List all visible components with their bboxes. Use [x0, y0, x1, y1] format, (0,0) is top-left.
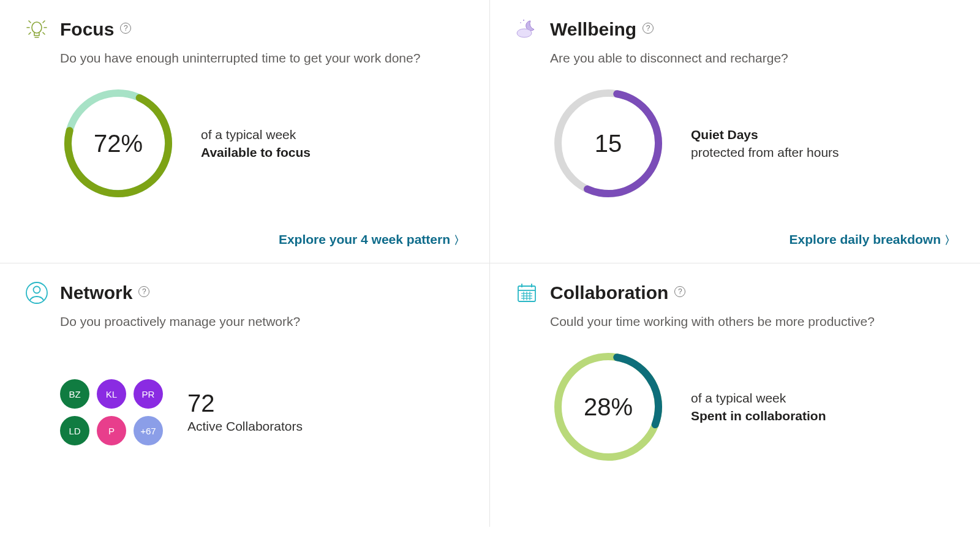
focus-header: Focus ? [24, 17, 465, 42]
wellbeing-explore-text: Explore daily breakdown [790, 232, 941, 247]
network-label: Active Collaborators [187, 419, 303, 434]
focus-explore-text: Explore your 4 week pattern [279, 232, 450, 247]
lightbulb-icon [24, 17, 49, 42]
avatar[interactable]: BZ [60, 379, 89, 409]
svg-point-10 [517, 29, 532, 37]
help-icon[interactable]: ? [643, 23, 654, 34]
collab-metric-text: of a typical week Spent in collaboration [691, 389, 826, 425]
focus-line1: of a typical week [201, 126, 311, 143]
focus-title: Focus [60, 19, 114, 40]
chevron-right-icon: 〉 [944, 233, 956, 248]
avatar[interactable]: P [97, 416, 126, 445]
focus-line2: Available to focus [201, 143, 311, 161]
svg-point-11 [523, 20, 524, 21]
network-metric: BZKLPRLDP+67 72 Active Collaborators [60, 379, 465, 445]
network-count-block: 72 Active Collaborators [187, 391, 303, 434]
chevron-right-icon: 〉 [454, 233, 465, 248]
wellbeing-explore-link[interactable]: Explore daily breakdown 〉 [790, 232, 956, 247]
help-icon[interactable]: ? [138, 286, 149, 297]
focus-explore-link[interactable]: Explore your 4 week pattern 〉 [279, 232, 465, 247]
wellbeing-line2: protected from after hours [691, 143, 839, 161]
help-icon[interactable]: ? [120, 23, 131, 34]
dashboard-grid: Focus ? Do you have enough uninterrupted… [0, 0, 980, 533]
svg-line-6 [29, 32, 31, 34]
avatar[interactable]: LD [60, 416, 89, 445]
wellbeing-header: Wellbeing ? [514, 17, 956, 42]
wellbeing-subtitle: Are you able to disconnect and recharge? [550, 49, 956, 67]
network-count: 72 [187, 391, 303, 415]
svg-point-16 [34, 287, 40, 293]
network-card: Network ? Do you proactively manage your… [0, 263, 490, 527]
focus-donut: 72% [60, 85, 176, 202]
wellbeing-donut: 15 [550, 85, 666, 202]
collab-subtitle: Could your time working with others be m… [550, 312, 956, 330]
collab-donut: 28% [550, 349, 666, 465]
collab-value: 28% [550, 349, 666, 465]
collab-line1: of a typical week [691, 389, 826, 407]
focus-metric: 72% of a typical week Available to focus [60, 85, 465, 202]
svg-line-5 [43, 21, 45, 23]
collab-metric: 28% of a typical week Spent in collabora… [550, 349, 956, 465]
focus-card: Focus ? Do you have enough uninterrupted… [0, 0, 490, 263]
collab-header: Collaboration ? [514, 281, 956, 305]
focus-subtitle: Do you have enough uninterrupted time to… [60, 49, 465, 67]
avatar-grid: BZKLPRLDP+67 [60, 379, 163, 445]
wellbeing-title: Wellbeing [550, 19, 636, 40]
wellbeing-metric-text: Quiet Days protected from after hours [691, 126, 839, 162]
person-circle-icon [24, 281, 49, 305]
focus-metric-text: of a typical week Available to focus [201, 126, 311, 162]
focus-value: 72% [60, 85, 176, 202]
avatar[interactable]: PR [134, 379, 163, 409]
svg-line-7 [43, 32, 45, 34]
network-subtitle: Do you proactively manage your network? [60, 312, 465, 330]
network-title: Network [60, 282, 132, 303]
svg-line-4 [29, 21, 31, 23]
collaboration-card: Collaboration ? Could your time working … [490, 263, 980, 527]
wellbeing-value: 15 [550, 85, 666, 202]
wellbeing-line1: Quiet Days [691, 126, 839, 143]
wellbeing-metric: 15 Quiet Days protected from after hours [550, 85, 956, 202]
moon-cloud-icon [514, 17, 539, 42]
wellbeing-card: Wellbeing ? Are you able to disconnect a… [490, 0, 980, 263]
collab-title: Collaboration [550, 282, 668, 303]
collab-line2: Spent in collaboration [691, 407, 826, 425]
svg-point-0 [32, 22, 42, 33]
calendar-icon [514, 281, 539, 305]
avatar[interactable]: KL [97, 379, 126, 409]
avatar[interactable]: +67 [134, 416, 163, 445]
help-icon[interactable]: ? [674, 286, 685, 297]
svg-point-12 [520, 22, 521, 23]
network-header: Network ? [24, 281, 465, 305]
